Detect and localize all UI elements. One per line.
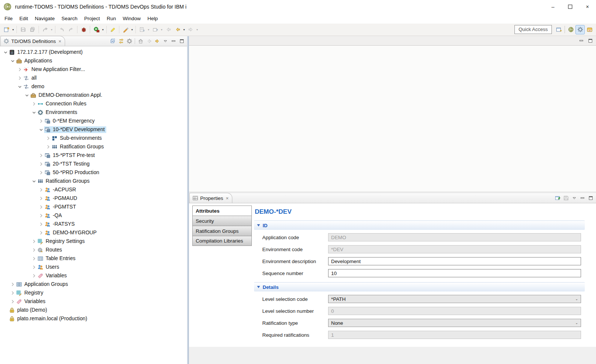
- chevron-collapsed-icon[interactable]: [38, 118, 44, 124]
- menu-search[interactable]: Search: [58, 14, 81, 23]
- chevron-expanded-icon[interactable]: [38, 127, 44, 133]
- properties-tab-compilation-libraries[interactable]: Compilation Libraries: [192, 236, 252, 246]
- window-maximize-button[interactable]: [562, 0, 579, 13]
- tree-item-ratification-groups[interactable]: Ratification Groups: [0, 142, 187, 151]
- chevron-collapsed-icon[interactable]: [9, 290, 16, 296]
- tree-item-qa[interactable]: -QA: [0, 211, 187, 220]
- tree-item-plato-demo[interactable]: plato (Demo): [0, 306, 187, 314]
- chevron-collapsed-icon[interactable]: [38, 161, 44, 167]
- menu-project[interactable]: Project: [81, 14, 103, 23]
- menu-edit[interactable]: Edit: [16, 14, 31, 23]
- tree-item-variables[interactable]: Variables: [0, 297, 187, 306]
- chevron-collapsed-icon[interactable]: [16, 75, 23, 81]
- chevron-collapsed-icon[interactable]: [38, 230, 44, 236]
- tree-item-10-dev-development[interactable]: 10-*DEV Development: [0, 125, 187, 134]
- menu-navigate[interactable]: Navigate: [31, 14, 58, 23]
- new-wizard-button[interactable]: [2, 25, 11, 34]
- chevron-collapsed-icon[interactable]: [31, 256, 37, 262]
- tree-item-users[interactable]: Users: [0, 263, 187, 271]
- save-all-button[interactable]: [28, 25, 37, 34]
- highlighter-button[interactable]: [108, 25, 117, 34]
- properties-tab-attributes[interactable]: Attributes: [192, 206, 252, 216]
- tree-item-ratification-groups[interactable]: Ratification Groups: [0, 177, 187, 185]
- chevron-collapsed-icon[interactable]: [38, 221, 44, 227]
- chevron-expanded-icon[interactable]: [24, 92, 30, 98]
- task-list-button[interactable]: [137, 25, 147, 34]
- tree-item-sub-environments[interactable]: Sub-environments: [0, 134, 187, 142]
- tree-item-50-prd-production[interactable]: 50-*PRD Production: [0, 168, 187, 177]
- sequence-number-input[interactable]: [328, 269, 581, 277]
- back-gold-button[interactable]: [173, 25, 182, 34]
- back-disabled-button[interactable]: [163, 25, 173, 34]
- open-in-window-button[interactable]: [554, 194, 562, 202]
- chevron-collapsed-icon[interactable]: [38, 187, 44, 193]
- chevron-expanded-icon[interactable]: [16, 84, 23, 90]
- minimize-button[interactable]: [577, 37, 585, 45]
- close-icon[interactable]: ×: [58, 38, 61, 44]
- menu-window[interactable]: Window: [119, 14, 144, 23]
- tree-item-table-entries[interactable]: Table Entries: [0, 254, 187, 263]
- chevron-collapsed-icon[interactable]: [38, 152, 44, 158]
- view-menu-button[interactable]: [161, 37, 169, 45]
- dropdown-arrow-icon[interactable]: ▾: [182, 28, 186, 31]
- chevron-collapsed-icon[interactable]: [31, 101, 37, 107]
- section-header-details[interactable]: Details: [254, 282, 585, 291]
- dropdown-arrow-icon[interactable]: ▾: [130, 28, 134, 31]
- nav-back-disabled-button[interactable]: [145, 37, 153, 45]
- nav-forward-button[interactable]: [153, 37, 161, 45]
- chevron-collapsed-icon[interactable]: [31, 238, 37, 244]
- chevron-collapsed-icon[interactable]: [45, 135, 51, 141]
- definitions-perspective-button[interactable]: [575, 25, 585, 34]
- menu-help[interactable]: Help: [144, 14, 161, 23]
- tree-item-172-17-2-177-development[interactable]: 172.17.2.177 (Development): [0, 48, 187, 56]
- level-selection-code-select[interactable]: *PATH⌄: [328, 295, 581, 303]
- tree-item-registry-settings[interactable]: Registry Settings: [0, 237, 187, 246]
- chevron-collapsed-icon[interactable]: [38, 204, 44, 210]
- chevron-collapsed-icon[interactable]: [31, 273, 37, 279]
- quick-access-button[interactable]: Quick Access: [514, 25, 552, 34]
- close-icon[interactable]: ×: [225, 195, 229, 201]
- tree-item-routes[interactable]: Routes: [0, 246, 187, 254]
- chevron-expanded-icon[interactable]: [9, 58, 16, 64]
- chevron-collapsed-icon[interactable]: [38, 213, 44, 219]
- tree-item-variables[interactable]: Variables: [0, 271, 187, 280]
- chevron-expanded-icon[interactable]: [31, 178, 37, 184]
- tdoms-perspective-button[interactable]: [566, 25, 575, 34]
- git-perspective-button[interactable]: GIT: [585, 25, 594, 34]
- tree-item-20-tst-testing[interactable]: 20-*TST Testing: [0, 160, 187, 168]
- menu-file[interactable]: File: [1, 14, 16, 23]
- ratification-type-select[interactable]: None⌄: [328, 319, 581, 327]
- chevron-collapsed-icon[interactable]: [38, 170, 44, 176]
- tree-item-demo-mygroup[interactable]: DEMO-MYGROUP: [0, 228, 187, 237]
- dropdown-arrow-icon[interactable]: ▾: [11, 28, 15, 31]
- dropdown-arrow-icon[interactable]: ▾: [195, 28, 199, 31]
- properties-tab-security[interactable]: Security: [192, 216, 252, 226]
- properties-tab-ratification-groups[interactable]: Ratification Groups: [192, 226, 252, 236]
- chevron-collapsed-icon[interactable]: [45, 144, 51, 150]
- tree-item-applications[interactable]: Applications: [0, 56, 187, 65]
- chevron-collapsed-icon[interactable]: [9, 281, 16, 287]
- properties-view-tab[interactable]: Properties ×: [189, 193, 232, 203]
- run-button[interactable]: [92, 25, 101, 34]
- tree-item-demo[interactable]: demo: [0, 82, 187, 91]
- dropdown-arrow-icon[interactable]: ▾: [160, 28, 163, 31]
- chevron-expanded-icon[interactable]: [2, 49, 9, 55]
- minimize-button[interactable]: [169, 37, 177, 45]
- view-menu-button[interactable]: [570, 194, 578, 202]
- save-button[interactable]: [18, 25, 28, 34]
- open-perspective-button[interactable]: [554, 25, 563, 34]
- undo-button[interactable]: [57, 25, 66, 34]
- tree-item-ratsys[interactable]: -RATSYS: [0, 220, 187, 228]
- maximize-button[interactable]: [586, 37, 594, 45]
- window-close-button[interactable]: ×: [579, 0, 596, 13]
- tree-item-acpusr[interactable]: -ACPUSR: [0, 185, 187, 194]
- collapse-all-button[interactable]: [109, 37, 117, 45]
- tree-item-plato-remain-local-production[interactable]: plato.remain.local (Production): [0, 314, 187, 323]
- filter-gear-button[interactable]: [125, 37, 133, 45]
- tree-item-pgmtst[interactable]: -PGMTST: [0, 203, 187, 211]
- chevron-collapsed-icon[interactable]: [31, 264, 37, 270]
- home-button[interactable]: [137, 37, 144, 45]
- tree-item-15-ptst-pre-test[interactable]: 15-*PTST Pre-test: [0, 151, 187, 160]
- menu-run[interactable]: Run: [103, 14, 119, 23]
- chevron-collapsed-icon[interactable]: [16, 67, 23, 73]
